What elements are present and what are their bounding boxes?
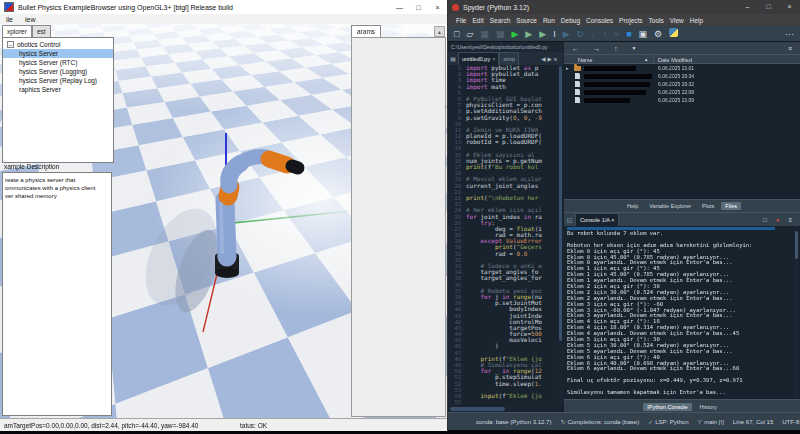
tree-item[interactable]: hysics Server (Logging): [3, 67, 113, 76]
preferences-icon[interactable]: ⚙: [654, 27, 662, 41]
popout-icon[interactable]: ◱: [564, 214, 575, 226]
tab-est[interactable]: est: [32, 25, 51, 37]
run-file-icon[interactable]: ▶: [511, 27, 518, 41]
forward-icon[interactable]: →: [593, 45, 600, 52]
code-text[interactable]: input(f"Eklem {jo: [463, 393, 542, 399]
save-all-icon[interactable]: ▩: [496, 27, 505, 41]
code-text[interactable]: [463, 399, 466, 405]
minimize-button[interactable]: —: [390, 1, 409, 14]
scrollbar-thumb[interactable]: [559, 66, 562, 341]
editor-tab-simp[interactable]: simp: [499, 52, 519, 65]
menu-item-search[interactable]: Search: [490, 17, 511, 24]
debug-step-into-icon[interactable]: ↓: [591, 27, 596, 41]
tree-item[interactable]: hysics Server (Replay Log): [3, 76, 113, 85]
sort-arrow-icon[interactable]: ▲: [644, 57, 648, 62]
code-editor[interactable]: 1import pybullet as p2import pybullet_da…: [448, 65, 558, 406]
code-text[interactable]: print("\nRobotun her: [463, 195, 538, 201]
close-tab-icon[interactable]: ×: [492, 56, 495, 62]
spyder-titlebar[interactable]: Spyder (Python 3.12) – □ ×: [448, 0, 800, 14]
code-text[interactable]: p.setGravity(0, 0, -9: [463, 115, 542, 121]
run-cell-icon[interactable]: ▶: [525, 27, 532, 41]
file-row[interactable]: 6.06.2025 20:32: [564, 80, 800, 88]
file-row[interactable]: 6.06.2025 21:09: [564, 96, 800, 104]
tree-item[interactable]: hysics Server (RTC): [3, 58, 113, 67]
menu-item-projects[interactable]: Projects: [619, 17, 642, 24]
tree-root[interactable]: −obotics Control: [3, 40, 113, 49]
console-scrollbar[interactable]: [794, 226, 799, 399]
status-git-branch[interactable]: ϒmain [!]: [698, 419, 724, 425]
code-text[interactable]: robotId = p.loadURDF(: [463, 139, 542, 145]
record-icon[interactable]: ●: [776, 214, 780, 226]
menu-item-help[interactable]: Help: [690, 17, 703, 24]
open-file-icon[interactable]: ▱: [466, 27, 473, 41]
code-text[interactable]: ): [463, 343, 499, 349]
pane-tab-plots[interactable]: Plots: [698, 202, 718, 210]
scrollbar-thumb[interactable]: [795, 231, 798, 259]
code-text[interactable]: rad = 0.0: [463, 251, 527, 257]
tree-item[interactable]: raphics Server: [3, 85, 113, 94]
column-divider[interactable]: [653, 55, 654, 63]
close-button[interactable]: ×: [779, 0, 800, 14]
run-cell-advance-icon[interactable]: ▶: [539, 27, 546, 41]
close-tab-icon[interactable]: ×: [611, 217, 614, 223]
status-cursor-position[interactable]: Line 67, Col 15: [733, 419, 773, 425]
file-row[interactable]: 6.06.2025 20:34: [564, 72, 800, 80]
status-encoding[interactable]: UTF-8: [782, 419, 799, 425]
debug-continue-icon[interactable]: »: [614, 27, 619, 41]
menu-item-iew[interactable]: iew: [25, 16, 36, 23]
code-text[interactable]: import math: [463, 84, 506, 90]
menu-item-tools[interactable]: Tools: [649, 17, 664, 24]
console-tab-ipython-console[interactable]: IPython Console: [643, 403, 691, 411]
run-selection-icon[interactable]: I: [553, 27, 556, 41]
save-icon[interactable]: ▦: [480, 27, 489, 41]
code-text[interactable]: print(f"Bu robot kol: [463, 164, 538, 170]
3d-viewport[interactable]: xplorerest −obotics Controlhysics Server…: [0, 24, 447, 418]
back-icon[interactable]: ←: [572, 45, 579, 52]
code-text[interactable]: current_joint_angles: [463, 183, 538, 189]
expander-icon[interactable]: ▸: [566, 65, 569, 71]
status-lsp[interactable]: ✓LSP: Python: [648, 418, 688, 425]
filter-icon[interactable]: ▼: [632, 45, 637, 51]
editor-tab-untitled0.py[interactable]: untitled0.py×: [458, 52, 499, 65]
menu-item-file[interactable]: File: [456, 17, 466, 24]
parent-directory-icon[interactable]: ↑: [614, 45, 618, 52]
console-tab[interactable]: Console 1/A ×: [575, 213, 619, 226]
minimize-button[interactable]: –: [737, 0, 758, 14]
debug-step-out-icon[interactable]: ↑: [603, 27, 608, 41]
status-conda[interactable]: conda: base (Python 3.12.7): [476, 419, 551, 425]
debug-step-over-icon[interactable]: ↻: [577, 27, 585, 41]
files-menu-icon[interactable]: ≡: [788, 45, 792, 52]
more-options-icon[interactable]: ···: [785, 27, 794, 41]
file-row[interactable]: 6.06.2025 22:08: [564, 88, 800, 96]
code-text[interactable]: target_angles_for: [463, 275, 542, 281]
editor-vertical-scrollbar[interactable]: [558, 65, 563, 406]
python-env-icon[interactable]: [669, 27, 678, 41]
pane-tab-files[interactable]: Files: [721, 202, 741, 210]
scrollbar-thumb[interactable]: [450, 407, 505, 411]
console-menu-icon[interactable]: ≡: [788, 214, 792, 226]
bullet-titlebar[interactable]: Bullet Physics ExampleBrowser using Open…: [0, 0, 447, 15]
code-text[interactable]: time.sleep(1.: [463, 381, 542, 387]
maximize-pane-icon[interactable]: ▣: [639, 27, 648, 41]
scroll-up-icon[interactable]: ▲: [434, 26, 445, 37]
menu-item-view[interactable]: View: [670, 17, 684, 24]
status-completions[interactable]: ↻Completions: conda (base): [560, 418, 639, 425]
menu-item-edit[interactable]: Edit: [472, 17, 483, 24]
column-date-modified[interactable]: Date Modified: [658, 57, 692, 63]
new-file-icon[interactable]: □: [454, 27, 459, 41]
menu-item-consoles[interactable]: Consoles: [586, 17, 613, 24]
maximize-button[interactable]: □: [758, 0, 779, 14]
pane-tab-help[interactable]: Help: [623, 202, 642, 210]
editor-file-path[interactable]: C:\Users\yesil\Desktop\robotics\untitled…: [448, 42, 563, 52]
debug-file-icon[interactable]: ▶: [563, 27, 570, 41]
browse-tabs-icon[interactable]: ▤: [448, 53, 458, 65]
scroll-right-icon[interactable]: ▶: [548, 53, 552, 65]
expander-icon[interactable]: −: [7, 41, 14, 48]
tab-xplorer[interactable]: xplorer: [2, 25, 32, 37]
menu-item-source[interactable]: Source: [516, 17, 537, 24]
column-name[interactable]: Name: [578, 57, 593, 63]
menu-item-debug[interactable]: Debug: [561, 17, 580, 24]
maximize-button[interactable]: □: [409, 1, 428, 14]
menu-item-run[interactable]: Run: [543, 17, 555, 24]
close-button[interactable]: ×: [428, 1, 447, 14]
